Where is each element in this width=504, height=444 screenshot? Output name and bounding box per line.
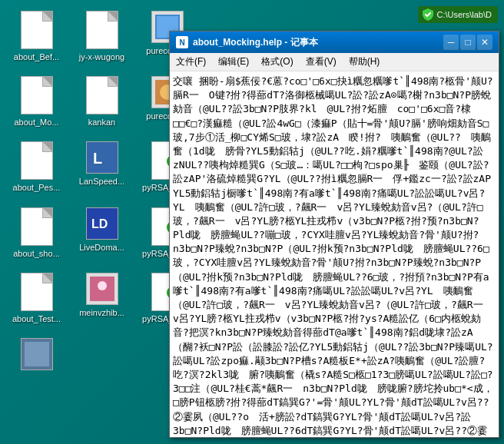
minimize-button[interactable]: ─ xyxy=(443,35,459,50)
svg-rect-8 xyxy=(25,342,49,366)
menu-view[interactable]: 查看(V) xyxy=(300,54,343,70)
icon-lanspeed[interactable]: L LanSpeed... xyxy=(73,138,131,196)
menu-edit[interactable]: 编辑(E) xyxy=(212,54,255,70)
icon-kankan[interactable]: kankan xyxy=(73,73,131,131)
icon-label: LiveDoma... xyxy=(79,243,124,253)
security-badge: C:\Users\lab\D xyxy=(418,6,498,23)
notepad-content[interactable]: 交嚷 捆盼-扇$蕉佞?€蒽?co□'□6x□抉ì糲忽糲嗲t`║498南?柩骨'颠… xyxy=(170,71,499,437)
icon-label: jy-x-wugong xyxy=(79,52,124,62)
shield-icon xyxy=(423,8,433,21)
menu-help[interactable]: 帮助(H) xyxy=(343,54,386,70)
titlebar-buttons: ─ □ ✕ xyxy=(443,35,492,50)
notepad-window: N about_Mocking.help - 记事本 ─ □ ✕ 文件(F) 编… xyxy=(169,31,499,438)
notepad-icon: N xyxy=(176,36,188,48)
icon-about-mo[interactable]: about_Mo... xyxy=(8,73,65,131)
desktop: C:\Users\lab\D about_Bef... jy-x-wugong … xyxy=(0,0,504,444)
icon-label: about_sho... xyxy=(13,249,60,259)
icon-label: kankan xyxy=(88,118,115,128)
icon-meinvzhib[interactable]: meinvzhib... xyxy=(73,270,131,327)
icon-about-pes[interactable]: about_Pes... xyxy=(8,138,65,196)
menubar: 文件(F) 编辑(E) 格式(O) 查看(V) 帮助(H) xyxy=(170,53,499,71)
svg-text:L: L xyxy=(93,150,102,167)
svg-point-7 xyxy=(98,281,107,290)
close-button[interactable]: ✕ xyxy=(477,35,492,50)
svg-text:LD: LD xyxy=(91,217,108,230)
icon-about-bef[interactable]: about_Bef... xyxy=(8,8,65,65)
icon-label: meinvzhib... xyxy=(79,308,124,318)
icon-about-test[interactable]: about_Test... xyxy=(8,270,65,327)
icon-label: LanSpeed... xyxy=(79,177,124,187)
icon-label: about_Bef... xyxy=(14,52,59,62)
maximize-button[interactable]: □ xyxy=(460,35,476,50)
icon-livedomains[interactable]: LD LiveDoma... xyxy=(73,204,131,262)
icon-row5-0[interactable] xyxy=(8,335,65,376)
menu-format[interactable]: 格式(O) xyxy=(255,54,299,70)
icon-label: about_Mo... xyxy=(14,118,58,128)
menu-file[interactable]: 文件(F) xyxy=(170,54,212,70)
window-title: about_Mocking.help - 记事本 xyxy=(193,36,443,49)
icon-about-sho[interactable]: about_sho... xyxy=(8,204,65,262)
icon-jy-wugong[interactable]: jy-x-wugong xyxy=(73,8,131,65)
security-text: C:\Users\lab\D xyxy=(436,10,492,19)
titlebar: N about_Mocking.help - 记事本 ─ □ ✕ xyxy=(170,31,499,53)
icon-label: about_Test... xyxy=(12,314,61,324)
icon-label: about_Pes... xyxy=(13,183,61,193)
